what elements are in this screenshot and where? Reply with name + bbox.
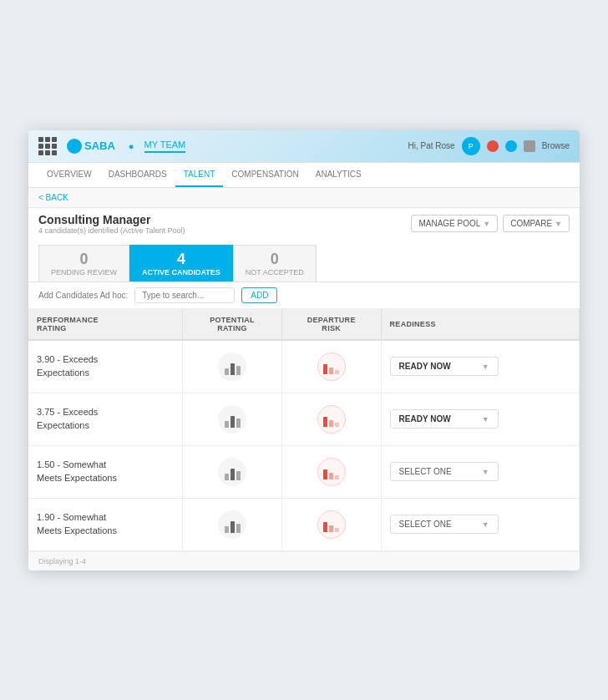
breadcrumb[interactable]: < BACK <box>28 188 580 208</box>
perf-rating-1: 3.90 - ExceedsExpectations <box>37 353 174 379</box>
page-title: Consulting Manager <box>38 213 185 226</box>
departure-icon-2 <box>317 405 346 434</box>
col-header-readiness[interactable]: READINESS <box>381 309 579 340</box>
notification-icon[interactable] <box>487 140 499 152</box>
readiness-dropdown-2[interactable]: READY NOW ▼ <box>390 409 499 429</box>
add-candidates-bar: Add Candidates Ad hoc: ADD <box>28 282 580 309</box>
chevron-down-icon: ▼ <box>482 520 489 529</box>
search-input[interactable] <box>134 287 235 303</box>
potential-icon-1 <box>218 353 246 381</box>
chevron-down-icon: ▼ <box>482 468 489 476</box>
chevron-down-icon: ▼ <box>482 415 489 424</box>
departure-icon-4 <box>317 510 346 539</box>
tab-overview[interactable]: OVERVIEW <box>38 163 100 187</box>
browse-link[interactable]: Browse <box>542 141 570 150</box>
add-label: Add Candidates Ad hoc: <box>38 291 128 300</box>
table-row: 3.75 - ExceedsExpectations <box>28 393 580 445</box>
not-accepted-tab[interactable]: 0 NOT ACCEPTED <box>233 245 317 282</box>
pending-review-tab[interactable]: 0 PENDING REVIEW <box>38 245 129 282</box>
table-row: 1.90 - SomewhatMeets Expectations <box>28 498 580 550</box>
col-header-departure[interactable]: DEPARTURERISK <box>281 309 381 340</box>
data-table-wrapper: PERFORMANCERATING POTENTIALRATING DEPART… <box>28 309 580 551</box>
potential-icon-3 <box>218 458 246 486</box>
col-header-potential[interactable]: POTENTIALRATING <box>183 309 282 340</box>
table-row: 3.90 - ExceedsExpectations <box>28 340 580 393</box>
info-icon[interactable] <box>505 140 517 152</box>
compare-button[interactable]: COMPARE ▼ <box>503 215 570 232</box>
active-candidates-tab[interactable]: 4 ACTIVE CANDIDATES <box>129 245 233 282</box>
my-team-link[interactable]: MY TEAM <box>144 139 186 153</box>
perf-rating-4: 1.90 - SomewhatMeets Expectations <box>37 511 174 537</box>
saba-logo: SABA <box>67 139 115 154</box>
candidates-table: PERFORMANCERATING POTENTIALRATING DEPART… <box>28 309 580 551</box>
table-footer: Displaying 1-4 <box>28 551 580 571</box>
app-menu-icon[interactable] <box>38 137 57 155</box>
chevron-down-icon: ▼ <box>482 363 489 371</box>
main-tabs: OVERVIEW DASHBOARDS TALENT COMPENSATION … <box>28 163 580 188</box>
potential-icon-2 <box>218 405 246 434</box>
user-name: Hi, Pat Rose <box>408 141 455 150</box>
tab-dashboards[interactable]: DASHBOARDS <box>100 163 175 187</box>
perf-rating-2: 3.75 - ExceedsExpectations <box>37 406 174 432</box>
potential-icon-4 <box>218 510 246 539</box>
readiness-dropdown-3[interactable]: SELECT ONE ▼ <box>390 462 499 481</box>
readiness-dropdown-1[interactable]: READY NOW ▼ <box>390 357 499 376</box>
departure-icon-3 <box>317 458 346 486</box>
col-header-perf[interactable]: PERFORMANCERATING <box>28 309 183 340</box>
tab-compensation[interactable]: COMPENSATION <box>223 163 307 187</box>
page-subtitle: 4 candidate(s) identified (Active Talent… <box>38 226 185 235</box>
add-button[interactable]: ADD <box>241 287 277 303</box>
search-icon[interactable] <box>524 140 535 152</box>
table-row: 1.50 - SomewhatMeets Expectations <box>28 445 580 498</box>
readiness-dropdown-4[interactable]: SELECT ONE ▼ <box>390 515 499 534</box>
tab-analytics[interactable]: ANALYTICS <box>307 163 370 187</box>
perf-rating-3: 1.50 - SomewhatMeets Expectations <box>37 459 174 484</box>
manage-pool-button[interactable]: MANAGE POOL ▼ <box>411 215 498 232</box>
tab-talent[interactable]: TALENT <box>175 163 224 187</box>
departure-icon-1 <box>317 353 346 381</box>
avatar: P <box>462 137 480 155</box>
